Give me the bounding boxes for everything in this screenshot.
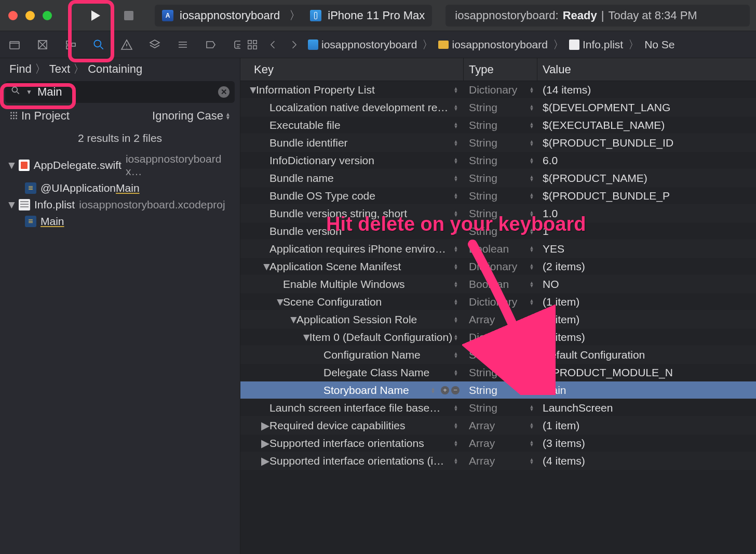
plist-header-value[interactable]: Value	[537, 58, 756, 81]
updown-icon[interactable]	[452, 370, 460, 376]
plist-value[interactable]: (4 items)	[537, 455, 756, 467]
updown-icon[interactable]	[528, 104, 535, 111]
plist-value[interactable]: $(EXECUTABLE_NAME)	[537, 119, 756, 131]
plist-value[interactable]: 6.0	[537, 154, 756, 167]
disclosure-icon[interactable]: ▶	[261, 419, 268, 432]
plist-value[interactable]: (3 items)	[537, 331, 756, 344]
updown-icon[interactable]	[452, 87, 460, 93]
plist-row[interactable]: ▶Required device capabilitiesArray(1 ite…	[240, 417, 756, 434]
crumb-1[interactable]: iosappnostoryboard	[452, 38, 547, 51]
plist-header-key[interactable]: Key	[240, 58, 464, 81]
plist-value[interactable]: (2 items)	[537, 260, 756, 273]
plist-value[interactable]: Default Configuration	[537, 349, 756, 361]
plist-row[interactable]: Configuration NameStringDefault Configur…	[240, 346, 756, 364]
plist-row[interactable]: ▼Application Session RoleArray(1 item)	[240, 311, 756, 328]
disclosure-icon[interactable]: ▼	[6, 159, 15, 172]
updown-icon[interactable]	[528, 334, 535, 340]
scheme-selector[interactable]: iosappnostoryboard 〉 iPhone 11 Pro Max	[155, 5, 432, 27]
updown-icon[interactable]	[452, 405, 460, 411]
updown-icon[interactable]	[452, 334, 460, 340]
plist-value[interactable]: $(PRODUCT_MODULE_N	[537, 366, 756, 379]
crumb-0[interactable]: iosappnostoryboard	[321, 38, 417, 51]
updown-icon[interactable]	[452, 299, 460, 305]
plist-value[interactable]: (1 item)	[537, 419, 756, 432]
updown-icon[interactable]	[452, 140, 460, 146]
plist-value[interactable]: YES	[537, 243, 756, 255]
updown-icon[interactable]	[528, 122, 535, 128]
updown-icon[interactable]	[528, 157, 535, 164]
updown-icon[interactable]	[528, 370, 535, 376]
related-items-button[interactable]	[246, 38, 259, 51]
plist-value[interactable]: $(DEVELOPMENT_LANG	[537, 101, 756, 114]
plist-row[interactable]: Enable Multiple WindowsBooleanNO	[240, 275, 756, 293]
breakpoint-navigator-tab[interactable]	[204, 37, 218, 52]
zoom-window-button[interactable]	[43, 11, 52, 20]
chevron-down-icon[interactable]: ▼	[26, 88, 32, 96]
disclosure-icon[interactable]: ▼	[288, 313, 295, 326]
disclosure-icon[interactable]: ▶	[261, 455, 268, 467]
search-input[interactable]	[37, 85, 213, 99]
updown-icon[interactable]	[528, 299, 535, 305]
updown-icon[interactable]	[528, 175, 535, 181]
source-control-navigator-tab[interactable]	[35, 37, 50, 52]
crumb-3[interactable]: No Se	[644, 38, 674, 51]
updown-icon[interactable]	[528, 246, 535, 252]
issue-navigator-tab[interactable]	[119, 37, 134, 52]
disclosure-icon[interactable]: ▶	[261, 437, 268, 450]
jump-bar-path[interactable]: iosappnostoryboard 〉 iosappnostoryboard …	[308, 37, 675, 52]
updown-icon[interactable]	[452, 263, 460, 270]
disclosure-icon[interactable]: ▼	[248, 84, 255, 96]
result-match[interactable]: @UIApplicationMain	[3, 180, 237, 196]
disclosure-icon[interactable]: ▼	[301, 331, 308, 344]
plist-value[interactable]: (1 item)	[537, 313, 756, 326]
find-crumb-0[interactable]: Find	[9, 62, 32, 76]
minimize-window-button[interactable]	[25, 11, 35, 20]
project-navigator-tab[interactable]	[7, 37, 22, 52]
updown-icon[interactable]	[452, 316, 460, 323]
updown-icon[interactable]	[528, 387, 535, 393]
plist-row[interactable]: Launch screen interface file base…String…	[240, 399, 756, 417]
plist-row[interactable]: ▼Item 0 (Default Configuration)Dictionar…	[240, 328, 756, 346]
plist-value[interactable]: LaunchScreen	[537, 402, 756, 414]
find-breadcrumb[interactable]: Find 〉 Text 〉 Containing	[0, 58, 240, 77]
plist-row[interactable]: ▼Scene ConfigurationDictionary(1 item)	[240, 293, 756, 311]
search-field[interactable]: ▼ ✕	[5, 81, 235, 103]
plist-row[interactable]: InfoDictionary versionString6.0	[240, 152, 756, 169]
back-button[interactable]	[266, 38, 280, 51]
plist-value[interactable]: (14 items)	[537, 84, 756, 96]
updown-icon[interactable]	[528, 193, 535, 199]
updown-icon[interactable]	[528, 423, 535, 429]
plist-body[interactable]: ▼Information Property ListDictionary(14 …	[240, 81, 756, 554]
case-toggle[interactable]: Ignoring Case ▲▼	[152, 109, 231, 123]
plist-row[interactable]: ▼Application Scene ManifestDictionary(2 …	[240, 258, 756, 275]
plist-row[interactable]: Localization native development re…Strin…	[240, 99, 756, 116]
close-window-button[interactable]	[8, 11, 18, 20]
clear-search-button[interactable]: ✕	[218, 86, 230, 98]
plist-row[interactable]: Bundle nameString$(PRODUCT_NAME)	[240, 169, 756, 187]
updown-icon[interactable]	[429, 387, 437, 393]
updown-icon[interactable]	[452, 352, 460, 358]
disclosure-icon[interactable]: ▼	[6, 199, 15, 211]
run-button[interactable]	[81, 4, 110, 27]
add-remove-buttons[interactable]: +−	[441, 386, 460, 394]
plist-value[interactable]: NO	[537, 278, 756, 291]
result-file[interactable]: ▼ Info.plist iosappnostoryboard.xcodepro…	[3, 196, 237, 213]
scope-label[interactable]: In Project	[21, 109, 70, 123]
plist-row[interactable]: Application requires iPhone enviro…Boole…	[240, 240, 756, 258]
updown-icon[interactable]	[452, 246, 460, 252]
result-file[interactable]: ▼ AppDelegate.swift iosappnostoryboard x…	[3, 151, 237, 180]
updown-icon[interactable]	[452, 458, 460, 464]
updown-icon[interactable]	[528, 87, 535, 93]
disclosure-icon[interactable]: ▼	[275, 296, 282, 308]
result-match[interactable]: Main	[3, 213, 237, 230]
find-navigator-tab[interactable]	[91, 37, 106, 52]
updown-icon[interactable]	[452, 175, 460, 181]
updown-icon[interactable]	[528, 458, 535, 464]
find-crumb-1[interactable]: Text	[49, 62, 70, 76]
updown-icon[interactable]	[452, 122, 460, 128]
plist-row[interactable]: Bundle identifierString$(PRODUCT_BUNDLE_…	[240, 134, 756, 152]
updown-icon[interactable]	[452, 440, 460, 446]
updown-icon[interactable]	[452, 281, 460, 287]
updown-icon[interactable]	[452, 193, 460, 199]
updown-icon[interactable]	[528, 352, 535, 358]
